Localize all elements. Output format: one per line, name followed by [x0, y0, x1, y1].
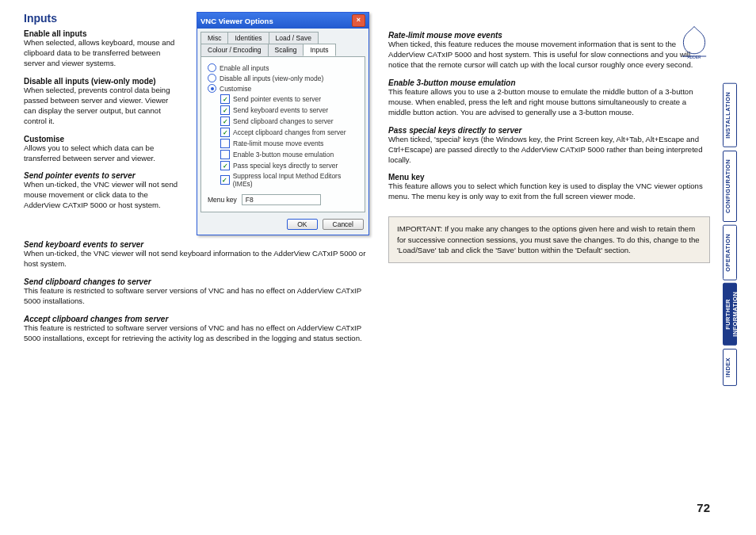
tab-scaling[interactable]: Scaling [268, 44, 304, 56]
cancel-button[interactable]: Cancel [323, 219, 364, 230]
tab-inputs[interactable]: Inputs [303, 44, 335, 56]
sidebar-item-index[interactable]: INDEX [723, 349, 737, 386]
body-text: When selected, prevents control data bei… [24, 86, 182, 127]
tab-identities[interactable]: Identities [227, 32, 269, 44]
right-column: Rate-limit mouse move eventsWhen ticked,… [388, 12, 742, 352]
heading: Enable all inputs [24, 29, 182, 38]
tab-misc[interactable]: Misc [200, 32, 228, 44]
svg-text:ADDER: ADDER [688, 55, 701, 59]
tab-colour-encoding[interactable]: Colour / Encoding [200, 44, 269, 56]
sidebar-item-further-information[interactable]: FURTHER INFORMATION [723, 283, 737, 346]
sidebar-item-operation[interactable]: OPERATION [723, 225, 737, 281]
body-text: This feature allows you to select which … [388, 182, 710, 202]
check-send-pointer[interactable]: Send pointer events to server [220, 94, 358, 104]
body-text: This feature is restricted to software s… [24, 286, 374, 307]
body-text: Allows you to select which data can be t… [24, 143, 182, 164]
sidebar-nav: INSTALLATION CONFIGURATION OPERATION FUR… [723, 83, 737, 386]
check-accept-clipboard[interactable]: Accept clipboard changes from server [220, 128, 358, 137]
menu-key-label: Menu key [208, 196, 237, 204]
check-send-clipboard[interactable]: Send clipboard changes to server [220, 117, 358, 126]
radio-disable-all[interactable]: Disable all inputs (view-only mode) [208, 74, 358, 82]
check-suppress-ime[interactable]: Suppress local Input Method Editors (IME… [220, 172, 358, 188]
page-number: 72 [697, 501, 710, 514]
left-column-full: Send keyboard events to serverWhen un-ti… [24, 240, 374, 344]
heading: Send pointer events to server [24, 171, 182, 180]
sidebar-item-installation[interactable]: INSTALLATION [723, 83, 737, 147]
heading: Disable all inputs (view-only mode) [24, 77, 182, 86]
radio-enable-all[interactable]: Enable all inputs [208, 63, 358, 72]
menu-key-select[interactable]: F8 [242, 194, 321, 205]
left-column: Inputs Enable all inputsWhen selected, a… [24, 12, 182, 235]
important-note: IMPORTANT: If you make any changes to th… [388, 216, 710, 262]
dialog-title: VNC Viewer Options [200, 17, 273, 25]
heading: Pass special keys directly to server [388, 126, 710, 135]
heading: Accept clipboard changes from server [24, 315, 374, 323]
close-icon[interactable]: × [352, 14, 365, 27]
check-3button[interactable]: Enable 3-button mouse emulation [220, 150, 358, 159]
heading: Enable 3-button mouse emulation [388, 78, 710, 87]
check-send-keyboard[interactable]: Send keyboard events to server [220, 105, 358, 115]
body-text: This feature allows you to use a 2-butto… [388, 87, 710, 118]
heading: Customise [24, 135, 182, 143]
heading: Menu key [388, 173, 710, 182]
check-rate-limit[interactable]: Rate-limit mouse move events [220, 139, 358, 148]
body-text: This feature is restricted to software s… [24, 323, 374, 344]
heading: Send keyboard events to server [24, 240, 374, 249]
page-title: Inputs [24, 12, 182, 25]
radio-customise[interactable]: Customise [208, 84, 358, 93]
body-text: When ticked, this feature reduces the mo… [388, 40, 710, 71]
body-text: When ticked, 'special' keys (the Windows… [388, 135, 710, 166]
body-text: When un-ticked, the VNC viewer will not … [24, 249, 374, 269]
sidebar-item-configuration[interactable]: CONFIGURATION [723, 151, 737, 222]
body-text: When un-ticked, the VNC viewer will not … [24, 180, 182, 211]
body-text: When selected, allows keyboard, mouse an… [24, 38, 182, 69]
vnc-viewer-options-dialog: VNC Viewer Options × Misc Identities Loa… [197, 12, 369, 235]
heading: Rate-limit mouse move events [388, 31, 710, 40]
check-special-keys[interactable]: Pass special keys directly to server [220, 161, 358, 170]
tab-load-save[interactable]: Load / Save [269, 32, 319, 44]
ok-button[interactable]: OK [287, 219, 317, 230]
heading: Send clipboard changes to server [24, 277, 374, 286]
adder-logo-icon: ADDER [678, 25, 710, 59]
